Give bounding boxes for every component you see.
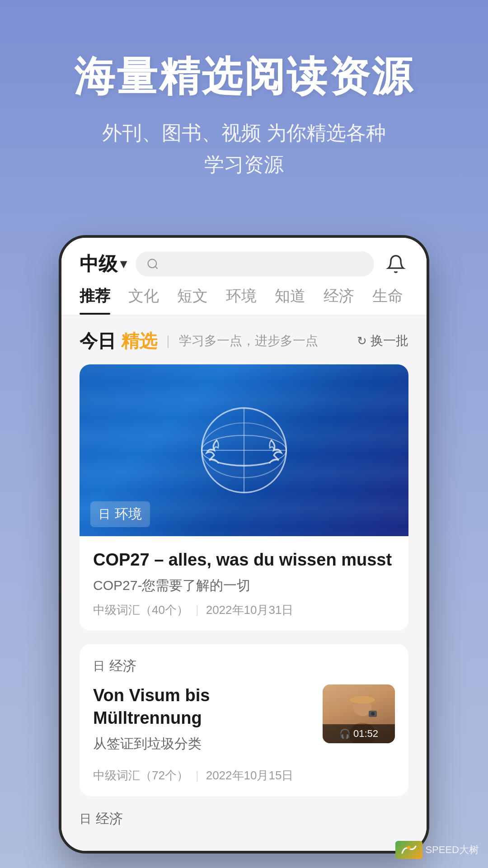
nav-tabs: 推荐 文化 短文 环境 知道 经济 生命	[61, 277, 427, 315]
second-article-meta: 中级词汇（72个） | 2022年10月15日	[93, 768, 395, 783]
picks-subtitle: 学习多一点，进步多一点	[179, 332, 318, 349]
refresh-button[interactable]: ↻ 换一批	[357, 332, 408, 349]
featured-image: 日 环境	[80, 364, 408, 536]
audio-badge: 🎧 01:52	[323, 724, 395, 743]
third-section-category: 日 经济	[80, 805, 408, 828]
app-logo-text: 中级	[80, 251, 117, 277]
featured-card[interactable]: 日 环境 COP27 – alles, was du wissen musst …	[80, 364, 408, 631]
tab-environment[interactable]: 环境	[226, 286, 257, 315]
un-logo	[194, 401, 294, 500]
refresh-label: 换一批	[371, 332, 408, 349]
svg-rect-10	[355, 696, 370, 703]
meta-divider: |	[196, 603, 199, 617]
app-logo: 中级 ▾	[80, 251, 127, 277]
tab-recommended[interactable]: 推荐	[80, 286, 110, 315]
audio-time: 01:52	[353, 728, 378, 740]
speed-logo	[400, 844, 418, 856]
featured-article-info: COP27 – alles, was du wissen musst COP27…	[80, 536, 408, 631]
phone-frame: 中级 ▾ 推荐 文化	[59, 235, 429, 854]
category-icon: 日	[99, 506, 110, 522]
second-article-card[interactable]: 日 经济 Von Visum bis Mülltrennung 从签证到垃圾分类	[80, 644, 408, 796]
svg-point-0	[148, 259, 157, 268]
picks-title-group: 今日 精选 | 学习多一点，进步多一点	[80, 329, 318, 354]
featured-article-title: COP27 – alles, was du wissen musst	[93, 549, 395, 571]
search-icon	[146, 258, 159, 270]
tab-essay[interactable]: 短文	[177, 286, 208, 315]
phone-container: 中级 ▾ 推荐 文化	[0, 208, 488, 854]
bell-icon	[386, 254, 406, 274]
watermark: SPEED大树	[395, 841, 479, 859]
featured-date: 2022年10月31日	[206, 602, 294, 618]
second-meta-divider: |	[196, 769, 199, 783]
svg-point-12	[371, 712, 375, 716]
featured-article-subtitle: COP27-您需要了解的一切	[93, 576, 395, 595]
hero-section: 海量精选阅读资源 外刊、图书、视频 为你精选各种学习资源	[0, 0, 488, 208]
featured-category-badge: 日 环境	[90, 501, 150, 527]
second-article-category: 日 经济	[93, 657, 395, 675]
notification-bell[interactable]	[383, 251, 408, 277]
phone-inner: 中级 ▾ 推荐 文化	[61, 238, 427, 851]
featured-article-meta: 中级词汇（40个） | 2022年10月31日	[93, 602, 395, 618]
tab-know[interactable]: 知道	[275, 286, 305, 315]
app-logo-arrow: ▾	[120, 256, 127, 271]
second-cat-text: 经济	[109, 657, 136, 675]
second-article-title: Von Visum bis Mülltrennung	[93, 684, 314, 729]
picks-highlight: 精选	[121, 329, 157, 354]
second-article-subtitle: 从签证到垃圾分类	[93, 735, 314, 753]
hero-title: 海量精选阅读资源	[27, 54, 461, 99]
watermark-logo	[395, 841, 422, 859]
picks-divider: |	[166, 333, 170, 349]
picks-header: 今日 精选 | 学习多一点，进步多一点 ↻ 换一批	[80, 329, 408, 354]
third-cat-text: 经济	[96, 810, 123, 828]
picks-today: 今日	[80, 329, 116, 354]
watermark-text: SPEED大树	[425, 843, 479, 857]
tab-life[interactable]: 生命	[372, 286, 403, 315]
article-thumbnail: 🎧 01:52	[323, 684, 395, 743]
featured-vocab: 中级词汇（40个）	[93, 602, 188, 618]
second-article-content: Von Visum bis Mülltrennung 从签证到垃圾分类	[93, 684, 314, 760]
hero-subtitle: 外刊、图书、视频 为你精选各种学习资源	[27, 117, 461, 181]
second-vocab: 中级词汇（72个）	[93, 768, 188, 783]
second-article-row: Von Visum bis Mülltrennung 从签证到垃圾分类	[93, 684, 395, 760]
svg-line-1	[155, 266, 157, 269]
second-date: 2022年10月15日	[206, 768, 294, 783]
section-icon: 日	[93, 658, 105, 674]
tab-economy[interactable]: 经济	[324, 286, 354, 315]
content-area: 今日 精选 | 学习多一点，进步多一点 ↻ 换一批	[61, 315, 427, 851]
search-bar[interactable]	[136, 251, 374, 277]
featured-category-text: 环境	[115, 505, 142, 524]
app-header: 中级 ▾	[61, 238, 427, 277]
svg-point-13	[407, 846, 411, 849]
third-section-icon: 日	[80, 811, 91, 827]
tab-culture[interactable]: 文化	[128, 286, 159, 315]
refresh-icon: ↻	[357, 334, 367, 348]
headphone-icon: 🎧	[339, 728, 351, 739]
